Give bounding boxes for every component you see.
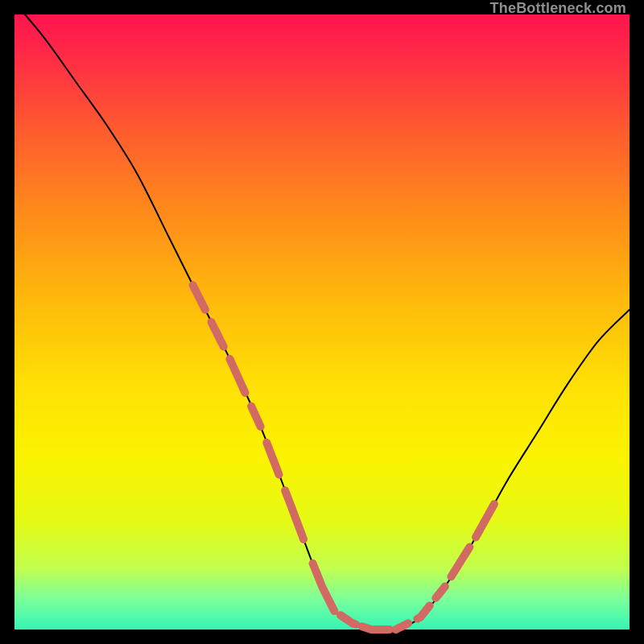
- highlight-dash: [451, 547, 469, 577]
- highlight-dash: [285, 490, 303, 539]
- highlight-dash: [211, 322, 223, 347]
- highlight-dash: [251, 407, 260, 427]
- highlight-dash: [436, 587, 444, 598]
- bottleneck-curve: [14, 2, 630, 631]
- curve-svg: [14, 14, 630, 630]
- highlight-dash: [476, 504, 494, 537]
- highlight-dashes: [193, 285, 494, 630]
- chart-plot-area: [14, 14, 630, 630]
- highlight-dash: [396, 623, 408, 630]
- highlight-dash: [362, 626, 390, 630]
- watermark-text: TheBottleneck.com: [490, 0, 626, 17]
- highlight-dash: [313, 564, 335, 611]
- highlight-dash: [229, 359, 245, 393]
- highlight-dash: [266, 443, 279, 475]
- highlight-dash: [341, 615, 356, 624]
- highlight-dash: [193, 285, 205, 310]
- highlight-dash: [417, 605, 429, 618]
